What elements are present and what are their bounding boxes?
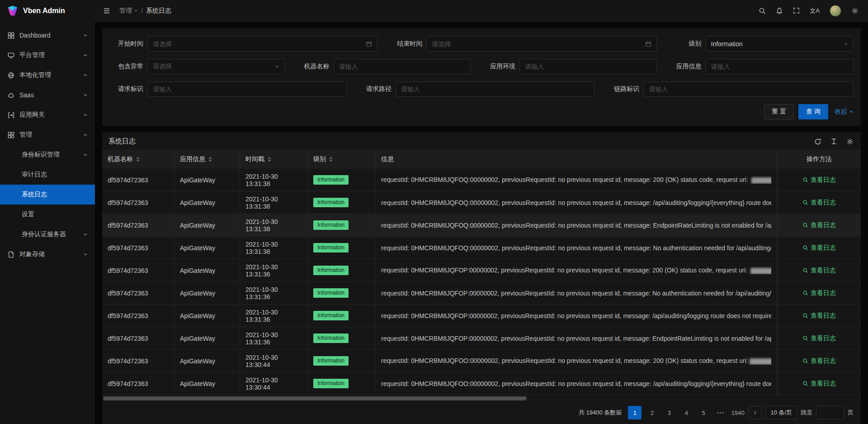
request-id-input[interactable] bbox=[147, 81, 347, 97]
sidebar-item-object-storage[interactable]: 对象存储 bbox=[0, 244, 95, 264]
sidebar-item-dashboard[interactable]: Dashboard bbox=[0, 25, 95, 45]
user-avatar[interactable] bbox=[825, 1, 846, 21]
collapse-link[interactable]: 收起 bbox=[835, 108, 854, 116]
machine-name-field[interactable] bbox=[339, 63, 466, 70]
view-log-link[interactable]: 查看日志 bbox=[802, 380, 836, 388]
row-height-icon[interactable] bbox=[830, 138, 837, 145]
page-button-2[interactable]: 2 bbox=[645, 406, 659, 419]
sidebar-item-saas[interactable]: Saas bbox=[0, 85, 95, 105]
sidebar-item-label: 身份标识管理 bbox=[22, 151, 83, 159]
sidebar-item-management[interactable]: 管理 bbox=[0, 125, 95, 145]
cell-actions: 查看日志 bbox=[777, 350, 861, 372]
table-body: df5974d72363 ApiGateWay 2021-10-30 13:31… bbox=[102, 169, 861, 395]
view-log-link[interactable]: 查看日志 bbox=[802, 199, 836, 207]
magnifier-icon bbox=[802, 358, 808, 364]
chevron-up-icon bbox=[83, 133, 88, 137]
page-button-4[interactable]: 4 bbox=[679, 406, 693, 419]
sidebar-item-system-logs[interactable]: 系统日志 bbox=[0, 185, 95, 205]
view-log-link[interactable]: 查看日志 bbox=[802, 176, 836, 184]
reset-button[interactable]: 重 置 bbox=[764, 104, 794, 119]
app-env-input[interactable] bbox=[519, 59, 657, 74]
view-log-link[interactable]: 查看日志 bbox=[802, 357, 836, 365]
page-button-5[interactable]: 5 bbox=[697, 406, 710, 419]
app-env-field[interactable] bbox=[525, 63, 651, 70]
sidebar-item-identity-management[interactable]: 身份标识管理 bbox=[0, 145, 95, 165]
view-log-link[interactable]: 查看日志 bbox=[802, 267, 836, 275]
column-header-machine[interactable]: 机器名称 bbox=[102, 150, 175, 169]
page-button-1[interactable]: 1 bbox=[628, 406, 642, 419]
sidebar-item-app-gateway[interactable]: 应用网关 bbox=[0, 105, 95, 125]
sidebar-item-settings[interactable]: 设置 bbox=[0, 205, 95, 224]
view-log-link[interactable]: 查看日志 bbox=[802, 334, 836, 343]
table-row: df5974d72363 ApiGateWay 2021-10-30 13:31… bbox=[102, 191, 861, 214]
app-title: Vben Admin bbox=[23, 7, 65, 15]
start-time-field[interactable] bbox=[153, 40, 362, 48]
level-badge: Information bbox=[313, 220, 349, 230]
translate-icon[interactable]: 文A bbox=[805, 4, 825, 18]
end-time-field[interactable] bbox=[432, 40, 641, 48]
message-text: requestId: 0HMCRBM8JQFOQ:00000002, previ… bbox=[381, 199, 771, 206]
trace-id-input[interactable] bbox=[643, 81, 854, 97]
app-info-input[interactable] bbox=[706, 59, 854, 74]
filter-end-time: 结束时间 bbox=[388, 36, 667, 52]
query-button[interactable]: 查 询 bbox=[798, 104, 828, 119]
cell-message: requestId: 0HMCRBM8JQFOQ:00000002, previ… bbox=[376, 191, 777, 214]
app-root: Vben Admin Dashboard 平台管理 bbox=[0, 0, 868, 424]
cell-app-info: ApiGateWay bbox=[175, 372, 240, 395]
sidebar-item-localization[interactable]: 本地化管理 bbox=[0, 65, 95, 85]
cell-timestamp: 2021-10-30 13:31:38 bbox=[240, 237, 308, 259]
cell-app-info: ApiGateWay bbox=[175, 327, 240, 349]
pagination: 共 19400 条数据 1 2 3 4 5 ••• 1940 10 条/页 bbox=[102, 402, 861, 424]
view-log-link[interactable]: 查看日志 bbox=[802, 289, 836, 297]
breadcrumb-parent[interactable]: 管理 bbox=[119, 7, 138, 15]
cell-app-info: ApiGateWay bbox=[175, 191, 240, 214]
page-button-3[interactable]: 3 bbox=[662, 406, 676, 419]
next-page-button[interactable] bbox=[748, 406, 762, 419]
chevron-up-icon bbox=[849, 110, 854, 114]
level-select[interactable]: Information bbox=[706, 36, 854, 52]
jump-page-input[interactable] bbox=[816, 406, 844, 419]
view-log-label: 查看日志 bbox=[811, 176, 836, 184]
column-header-app-info[interactable]: 应用信息 bbox=[175, 150, 240, 169]
cell-machine-name: df5974d72363 bbox=[102, 214, 175, 236]
column-header-level[interactable]: 级别 bbox=[308, 150, 376, 169]
page-size-select[interactable]: 10 条/页 bbox=[765, 406, 797, 419]
filter-request-path: 请求路径 bbox=[358, 81, 606, 97]
request-path-input[interactable] bbox=[396, 81, 595, 97]
notification-bell-icon[interactable] bbox=[771, 3, 788, 19]
page-button-last[interactable]: 1940 bbox=[731, 406, 745, 419]
refresh-icon[interactable] bbox=[814, 138, 821, 145]
table-row: df5974d72363 ApiGateWay 2021-10-30 13:31… bbox=[102, 169, 861, 191]
trace-id-field[interactable] bbox=[649, 86, 848, 93]
fullscreen-icon[interactable] bbox=[788, 3, 805, 18]
cell-timestamp: 2021-10-30 13:31:36 bbox=[240, 259, 308, 281]
search-icon[interactable] bbox=[754, 3, 771, 19]
exception-select[interactable]: 请选择 bbox=[147, 59, 285, 74]
end-time-input[interactable] bbox=[426, 36, 656, 52]
scrollbar-thumb[interactable] bbox=[103, 396, 527, 400]
view-log-link[interactable]: 查看日志 bbox=[802, 221, 836, 229]
horizontal-scrollbar[interactable] bbox=[103, 396, 860, 401]
sidebar-item-platform-management[interactable]: 平台管理 bbox=[0, 45, 95, 65]
start-time-input[interactable] bbox=[147, 36, 377, 52]
gear-icon[interactable] bbox=[846, 3, 863, 19]
message-text: requestId: 0HMCRBM8JQFOQ:00000002, previ… bbox=[381, 244, 771, 252]
end-time-label: 结束时间 bbox=[388, 40, 422, 48]
magnifier-icon bbox=[802, 222, 808, 228]
sidebar-item-audit-logs[interactable]: 审计日志 bbox=[0, 165, 95, 185]
column-settings-icon[interactable] bbox=[846, 138, 854, 145]
machine-name-input[interactable] bbox=[334, 59, 471, 74]
view-log-link[interactable]: 查看日志 bbox=[802, 244, 836, 252]
page-ellipsis[interactable]: ••• bbox=[714, 406, 727, 419]
view-log-link[interactable]: 查看日志 bbox=[802, 312, 836, 320]
logo[interactable]: Vben Admin bbox=[0, 0, 95, 22]
column-header-timestamp[interactable]: 时间戳 bbox=[240, 150, 308, 169]
request-path-field[interactable] bbox=[401, 86, 590, 93]
column-label: 信息 bbox=[381, 155, 394, 163]
app-info-field[interactable] bbox=[711, 63, 849, 70]
sidebar-item-auth-server[interactable]: 身份认证服务器 bbox=[0, 224, 95, 244]
request-id-field[interactable] bbox=[153, 86, 341, 93]
cloud-icon bbox=[7, 91, 15, 99]
breadcrumb-parent-label: 管理 bbox=[119, 7, 132, 15]
menu-fold-icon[interactable] bbox=[100, 5, 113, 17]
